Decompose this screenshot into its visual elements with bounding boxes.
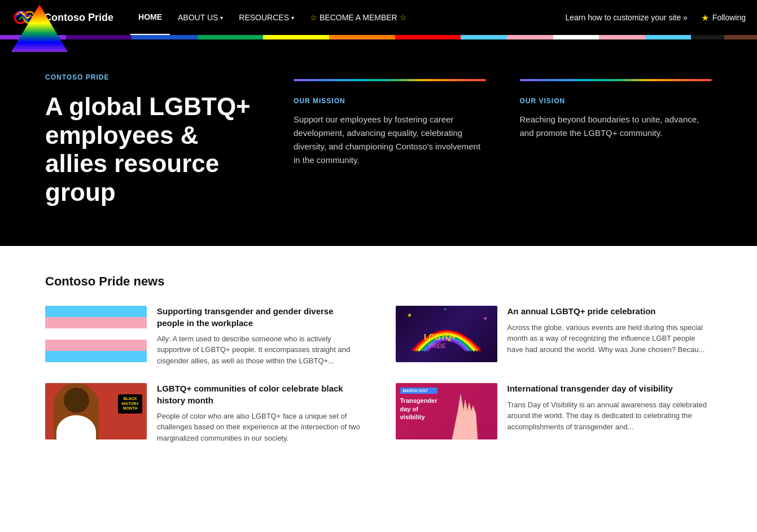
news-content-1: Supporting transgender and gender divers…: [157, 306, 362, 366]
mission-col: OUR MISSION Support our employees by fos…: [294, 79, 486, 167]
vision-label: OUR VISION: [520, 97, 712, 105]
news-thumb-1: [45, 306, 147, 362]
nav-become-member[interactable]: ☆ BECOME A MEMBER ☆: [302, 0, 415, 35]
news-headline-4: International transgender day of visibil…: [507, 383, 712, 394]
news-excerpt-2: Across the globe, various events are hel…: [507, 322, 712, 355]
tdv-image: MARCH 31ST Transgenderday ofvisibility: [396, 383, 497, 439]
rainbow-seg-7: [395, 35, 461, 39]
svg-text:PRIDE: PRIDE: [428, 343, 446, 349]
news-item-3[interactable]: BLACK HISTORY MONTH LGBTQ+ communities o…: [45, 383, 362, 443]
rainbow-seg-10: [553, 35, 600, 39]
news-thumb-2: ★ ★ ★ LGBTQ+ PRIDE: [396, 306, 497, 362]
nav-links: HOME ABOUT US ▾ RESOURCES ▾ ☆ BECOME A M…: [130, 0, 566, 35]
rainbow-seg-11: [599, 35, 645, 39]
mission-label: OUR MISSION: [294, 97, 486, 105]
svg-text:LGBTQ+: LGBTQ+: [424, 332, 456, 341]
news-item-1[interactable]: Supporting transgender and gender divers…: [45, 306, 362, 366]
rainbow-seg-9: [507, 35, 553, 39]
news-grid: Supporting transgender and gender divers…: [45, 306, 712, 443]
news-excerpt-4: Trans Day of Visibility is an annual awa…: [507, 399, 712, 433]
rainbow-seg-3: [132, 35, 198, 39]
news-thumb-3: BLACK HISTORY MONTH: [45, 383, 147, 439]
hero-right: OUR MISSION Support our employees by fos…: [294, 73, 712, 167]
rainbow-seg-12: [645, 35, 692, 39]
nav-home[interactable]: HOME: [130, 0, 170, 35]
vision-divider: [520, 79, 712, 81]
news-headline-1: Supporting transgender and gender divers…: [157, 306, 362, 329]
navigation: Contoso Pride HOME ABOUT US ▾ RESOURCES …: [0, 0, 757, 35]
lgbtq-pride-image: ★ ★ ★ LGBTQ+ PRIDE: [396, 306, 497, 362]
hero-left: CONTOSO PRIDE A global LGBTQ+ employees …: [45, 73, 260, 206]
mission-text: Support our employees by fostering caree…: [294, 113, 486, 167]
vision-text: Reaching beyond boundaries to unite, adv…: [520, 113, 712, 140]
news-thumb-4: MARCH 31ST Transgenderday ofvisibility: [396, 383, 497, 439]
nav-resources[interactable]: RESOURCES ▾: [231, 0, 302, 35]
news-item-4[interactable]: MARCH 31ST Transgenderday ofvisibility I…: [396, 383, 712, 443]
news-content-4: International transgender day of visibil…: [507, 383, 712, 432]
following-button[interactable]: ★ Following: [701, 12, 746, 23]
news-item-2[interactable]: ★ ★ ★ LGBTQ+ PRIDE An annual LGBTQ+ prid…: [396, 306, 712, 366]
rainbow-seg-6: [329, 35, 395, 39]
nav-about[interactable]: ABOUT US ▾: [170, 0, 231, 35]
bhm-image: BLACK HISTORY MONTH: [45, 383, 147, 439]
news-excerpt-3: People of color who are also LGBTQ+ face…: [157, 411, 362, 444]
news-content-2: An annual LGBTQ+ pride celebration Acros…: [507, 306, 712, 355]
hero-label: CONTOSO PRIDE: [45, 73, 260, 81]
customize-link[interactable]: Learn how to customize your site »: [566, 13, 688, 22]
rainbow-bar: [0, 35, 757, 39]
rainbow-seg-2: [66, 35, 132, 39]
svg-text:★: ★: [483, 316, 487, 321]
following-star-icon: ★: [701, 12, 709, 23]
news-headline-2: An annual LGBTQ+ pride celebration: [507, 306, 712, 317]
rainbow-seg-8: [461, 35, 507, 39]
rainbow-seg-4: [198, 35, 264, 39]
news-content-3: LGBTQ+ communities of color celebrate bl…: [157, 383, 362, 443]
star-right-icon: ☆: [400, 13, 407, 22]
news-headline-3: LGBTQ+ communities of color celebrate bl…: [157, 383, 362, 406]
trans-flag-image: [45, 306, 147, 362]
news-section-title: Contoso Pride news: [45, 274, 712, 289]
svg-text:★: ★: [407, 312, 412, 318]
rainbow-seg-14: [724, 35, 757, 39]
rainbow-seg-13: [691, 35, 724, 39]
svg-text:★: ★: [444, 307, 447, 311]
vision-col: OUR VISION Reaching beyond boundaries to…: [520, 79, 712, 167]
mission-divider: [294, 79, 486, 81]
resources-chevron-icon: ▾: [291, 15, 294, 21]
hero-title: A global LGBTQ+ employees & allies resou…: [45, 93, 260, 206]
star-left-icon: ☆: [310, 13, 317, 22]
hero-section: CONTOSO PRIDE A global LGBTQ+ employees …: [0, 39, 757, 246]
news-section: Contoso Pride news: [0, 246, 757, 472]
rainbow-seg-5: [263, 35, 329, 39]
about-chevron-icon: ▾: [220, 15, 223, 21]
news-excerpt-1: Ally: A term used to describe someone wh…: [157, 333, 362, 367]
